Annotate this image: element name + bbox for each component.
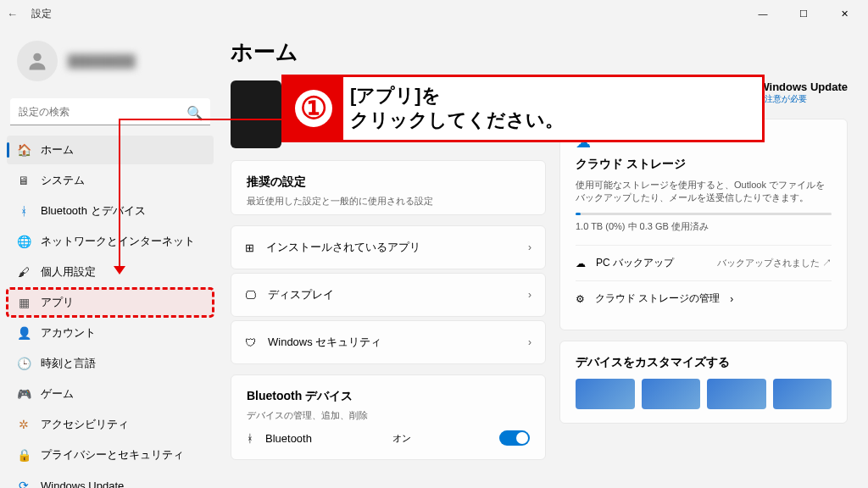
nav-label: Bluetooth とデバイス bbox=[41, 203, 146, 219]
bluetooth-toggle[interactable] bbox=[499, 430, 530, 446]
sidebar-item-4[interactable]: 🖌個人用設定 bbox=[7, 258, 214, 286]
recommended-subtitle: 最近使用した設定と一般的に使用される設定 bbox=[247, 195, 530, 208]
setting-label: ディスプレイ bbox=[268, 287, 334, 302]
nav-label: Windows Update bbox=[41, 480, 124, 489]
maximize-button[interactable]: ☐ bbox=[787, 2, 821, 25]
storage-usage: 1.0 TB (0%) 中 0.3 GB 使用済み bbox=[576, 220, 832, 233]
action-icon: ⚙ bbox=[576, 293, 585, 305]
bluetooth-state: オン bbox=[392, 432, 411, 445]
sidebar-item-8[interactable]: 🎮ゲーム bbox=[7, 380, 214, 408]
sidebar-item-7[interactable]: 🕒時刻と言語 bbox=[7, 349, 214, 378]
nav-icon: 👤 bbox=[17, 326, 31, 340]
recommended-item[interactable]: ⊞インストールされているアプリ› bbox=[231, 225, 546, 269]
cloud-action[interactable]: ⚙クラウド ストレージの管理› bbox=[576, 280, 832, 316]
cloud-storage-card: ☁ クラウド ストレージ 使用可能なストレージを使用すると、Outlook でフ… bbox=[559, 119, 848, 330]
setting-icon: 🛡 bbox=[245, 336, 256, 349]
nav-label: アクセシビリティ bbox=[41, 417, 129, 432]
search-box[interactable]: 🔍 bbox=[10, 98, 210, 125]
sidebar-item-6[interactable]: 👤アカウント bbox=[7, 319, 214, 347]
nav-label: ホーム bbox=[41, 142, 74, 158]
page-title: ホーム bbox=[231, 37, 848, 67]
nav-list: 🏠ホーム🖥システムᚼBluetooth とデバイス🌐ネットワークとインターネット… bbox=[7, 136, 214, 488]
theme-thumb[interactable] bbox=[773, 379, 832, 409]
search-input[interactable] bbox=[10, 98, 210, 125]
theme-thumb[interactable] bbox=[642, 379, 701, 409]
nav-icon: ᚼ bbox=[17, 204, 31, 218]
sidebar-item-11[interactable]: ⟳Windows Update bbox=[7, 471, 214, 488]
recommended-title: 推奨の設定 bbox=[247, 175, 530, 190]
action-label: クラウド ストレージの管理 bbox=[595, 291, 720, 306]
sidebar-item-9[interactable]: ✲アクセシビリティ bbox=[7, 410, 214, 439]
sidebar-item-3[interactable]: 🌐ネットワークとインターネット bbox=[7, 227, 214, 256]
storage-bar bbox=[576, 213, 832, 215]
annotation-arrow bbox=[119, 119, 120, 269]
bluetooth-label: Bluetooth bbox=[265, 432, 312, 445]
theme-thumb[interactable] bbox=[707, 379, 766, 409]
minimize-button[interactable]: — bbox=[746, 2, 780, 25]
windows-update-title: Windows Update bbox=[759, 80, 848, 93]
recommended-card: 推奨の設定 最近使用した設定と一般的に使用される設定 bbox=[231, 160, 546, 215]
sidebar-item-10[interactable]: 🔒プライバシーとセキュリティ bbox=[7, 441, 214, 469]
sidebar-item-5[interactable]: ▦アプリ bbox=[7, 288, 214, 317]
sidebar-item-2[interactable]: ᚼBluetooth とデバイス bbox=[7, 197, 214, 225]
nav-icon: 🖌 bbox=[17, 265, 31, 279]
window-title: 設定 bbox=[31, 7, 52, 21]
nav-label: プライバシーとセキュリティ bbox=[41, 447, 184, 463]
close-button[interactable]: ✕ bbox=[827, 2, 861, 25]
action-label: PC バックアップ bbox=[596, 256, 674, 270]
bluetooth-card: Bluetooth デバイス デバイスの管理、追加、削除 ᚼ Bluetooth… bbox=[231, 374, 546, 460]
nav-icon: ⟳ bbox=[17, 479, 31, 488]
nav-label: 時刻と言語 bbox=[41, 356, 96, 371]
callout-number: ① bbox=[284, 77, 343, 140]
nav-icon: ✲ bbox=[17, 418, 31, 431]
cloud-title: クラウド ストレージ bbox=[576, 157, 832, 172]
sidebar: ████████ 🔍 🏠ホーム🖥システムᚼBluetooth とデバイス🌐ネット… bbox=[0, 27, 220, 488]
sidebar-item-0[interactable]: 🏠ホーム bbox=[7, 136, 214, 164]
cloud-action[interactable]: ☁PC バックアップバックアップされました ↗ bbox=[576, 245, 832, 280]
setting-label: インストールされているアプリ bbox=[266, 240, 420, 255]
windows-update-status: 注意が必要 bbox=[759, 93, 848, 105]
action-status: バックアップされました ↗ bbox=[717, 257, 832, 269]
theme-thumb[interactable] bbox=[576, 379, 635, 409]
customize-title: デバイスをカスタマイズする bbox=[576, 355, 832, 370]
chevron-right-icon: › bbox=[528, 289, 531, 301]
desktop-preview[interactable] bbox=[231, 80, 281, 148]
annotation-arrow bbox=[119, 119, 284, 120]
nav-icon: 🕒 bbox=[17, 357, 31, 370]
bluetooth-title: Bluetooth デバイス bbox=[247, 389, 530, 404]
cloud-desc: 使用可能なストレージを使用すると、Outlook でファイルをバックアップしたり… bbox=[576, 179, 832, 204]
nav-label: アカウント bbox=[41, 325, 96, 341]
setting-label: Windows セキュリティ bbox=[268, 335, 381, 350]
chevron-right-icon: › bbox=[730, 293, 733, 305]
action-icon: ☁ bbox=[576, 258, 586, 269]
user-block[interactable]: ████████ bbox=[7, 34, 214, 98]
nav-icon: 🎮 bbox=[17, 387, 31, 401]
chevron-right-icon: › bbox=[528, 336, 531, 348]
theme-thumbnails bbox=[576, 379, 832, 409]
svg-point-0 bbox=[33, 53, 41, 61]
setting-icon: 🖵 bbox=[245, 289, 256, 302]
chevron-right-icon: › bbox=[528, 241, 531, 253]
nav-icon: ▦ bbox=[17, 296, 31, 309]
nav-icon: 🔒 bbox=[17, 448, 31, 462]
back-icon[interactable]: ← bbox=[7, 8, 18, 20]
annotation-arrow-head bbox=[114, 266, 125, 274]
sidebar-item-1[interactable]: 🖥システム bbox=[7, 166, 214, 195]
recommended-item[interactable]: 🖵ディスプレイ› bbox=[231, 273, 546, 317]
nav-icon: 🌐 bbox=[17, 235, 31, 248]
bluetooth-subtitle: デバイスの管理、追加、削除 bbox=[247, 409, 530, 422]
titlebar: ← 設定 — ☐ ✕ bbox=[0, 0, 868, 27]
recommended-item[interactable]: 🛡Windows セキュリティ› bbox=[231, 320, 546, 364]
user-name: ████████ bbox=[68, 54, 135, 68]
nav-icon: 🏠 bbox=[17, 143, 31, 157]
bluetooth-icon: ᚼ bbox=[247, 432, 253, 445]
nav-label: アプリ bbox=[41, 295, 74, 310]
nav-label: ネットワークとインターネット bbox=[41, 234, 195, 249]
avatar bbox=[17, 41, 58, 81]
nav-label: ゲーム bbox=[41, 386, 74, 402]
nav-icon: 🖥 bbox=[17, 174, 31, 187]
nav-label: 個人用設定 bbox=[41, 264, 96, 280]
nav-label: システム bbox=[41, 173, 85, 188]
callout-text: [アプリ]をクリックしてください。 bbox=[350, 84, 564, 132]
setting-icon: ⊞ bbox=[245, 241, 254, 254]
